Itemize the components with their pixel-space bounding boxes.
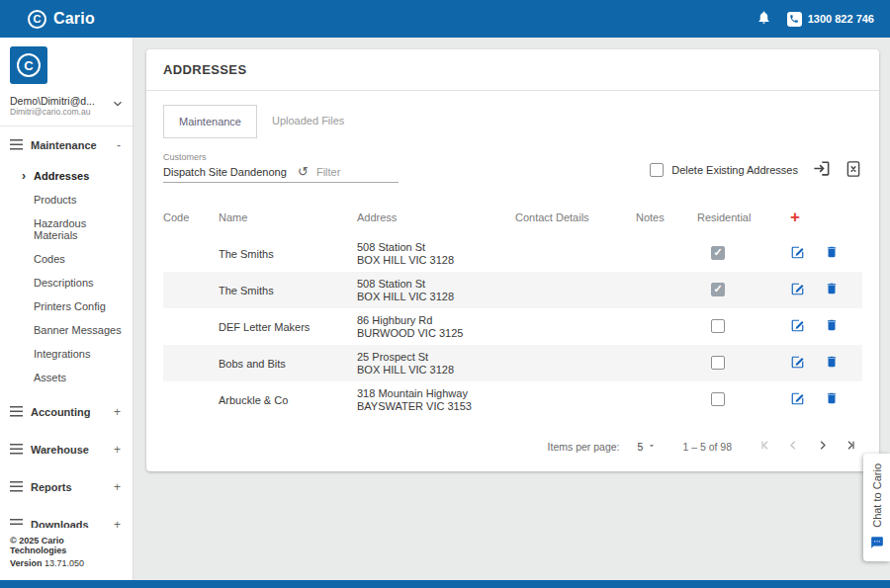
chevron-right-icon: › <box>22 169 26 183</box>
notifications-bell-button[interactable] <box>756 10 771 28</box>
app-window: C Cario 1300 822 746 C <box>0 0 890 588</box>
sidebar-item-warehouse[interactable]: Warehouse + <box>0 431 133 468</box>
residential-checkbox[interactable] <box>711 283 725 296</box>
sidebar-item-descriptions[interactable]: Descriptions <box>0 271 133 294</box>
menu-icon <box>10 441 23 459</box>
tab-maintenance[interactable]: Maintenance <box>163 105 257 138</box>
col-header-residential: Residential <box>697 211 788 223</box>
table-row[interactable]: The Smiths 508 Station St BOX HILL VIC 3… <box>163 272 862 308</box>
edit-address-button[interactable] <box>790 355 805 373</box>
residential-checkbox[interactable] <box>711 392 725 406</box>
residential-checkbox[interactable] <box>711 246 725 260</box>
cell-address: 86 Highbury Rd BURWOOD VIC 3125 <box>357 314 515 339</box>
add-address-button[interactable]: + <box>788 209 800 225</box>
table-row[interactable]: Bobs and Bits 25 Prospect St BOX HILL VI… <box>163 345 862 381</box>
chat-to-cario-tab[interactable]: Chat to Cario <box>863 454 890 561</box>
previous-page-button[interactable] <box>786 438 801 456</box>
expand-icon: + <box>114 444 121 456</box>
addresses-card: ADDRESSES Maintenance Uploaded Files Cus… <box>146 49 879 471</box>
last-page-button[interactable] <box>844 438 858 456</box>
pagination-range: 1 – 5 of 98 <box>682 441 732 453</box>
page-title: ADDRESSES <box>163 62 862 77</box>
col-header-contact-details: Contact Details <box>515 211 636 223</box>
trash-icon <box>825 282 839 298</box>
next-page-icon <box>815 438 830 456</box>
cell-address: 25 Prospect St BOX HILL VIC 3128 <box>357 351 515 376</box>
sidebar-item-downloads[interactable]: Downloads + <box>0 506 133 528</box>
user-email: Dimitri@cario.com.au <box>10 107 111 117</box>
edit-address-button[interactable] <box>790 318 805 336</box>
cell-name: The Smiths <box>219 248 357 260</box>
delete-address-button[interactable] <box>825 391 839 408</box>
sidebar-item-maintenance[interactable]: Maintenance - <box>0 126 133 164</box>
customers-select[interactable] <box>163 166 290 178</box>
tab-uploaded-files[interactable]: Uploaded Files <box>257 105 359 138</box>
cell-name: Arbuckle & Co <box>219 394 357 406</box>
chat-label: Chat to Cario <box>871 463 883 528</box>
residential-checkbox[interactable] <box>711 319 725 333</box>
sidebar-item-integrations[interactable]: Integrations <box>0 342 133 366</box>
trash-icon <box>825 245 839 262</box>
edit-address-button[interactable] <box>790 391 805 409</box>
edit-address-button[interactable] <box>790 245 805 263</box>
items-per-page-select[interactable]: 5 <box>638 441 658 453</box>
delete-address-button[interactable] <box>825 355 839 372</box>
delete-address-button[interactable] <box>825 245 839 262</box>
user-account-switcher[interactable]: Demo\Dimitri@d... Dimitri@cario.com.au <box>0 88 133 126</box>
sidebar-item-codes[interactable]: Codes <box>0 247 133 271</box>
edit-address-button[interactable] <box>790 282 805 299</box>
reset-icon[interactable]: ↺ <box>298 165 309 178</box>
edit-icon <box>790 391 805 409</box>
col-header-address: Address <box>357 211 515 223</box>
sidebar-nav: Maintenance - › Addresses Products Hazar… <box>0 126 133 528</box>
col-header-notes: Notes <box>636 211 697 223</box>
sidebar-item-reports[interactable]: Reports + <box>0 468 133 506</box>
filter-controls: Customers ↺ Delete Existing Addresses <box>163 152 862 183</box>
table-row[interactable]: DEF Letter Makers 86 Highbury Rd BURWOOD… <box>163 308 862 345</box>
phone-number: 1300 822 746 <box>808 13 874 25</box>
sidebar: C Demo\Dimitri@d... Dimitri@cario.com.au… <box>0 38 134 580</box>
table-row[interactable]: The Smiths 508 Station St BOX HILL VIC 3… <box>163 235 862 272</box>
chat-bubble-icon <box>870 536 884 553</box>
sidebar-logo: C <box>0 38 133 88</box>
first-page-button[interactable] <box>757 438 772 456</box>
table-row[interactable]: Arbuckle & Co 318 Mountain Highway BAYSW… <box>163 381 862 418</box>
col-header-code: Code <box>163 211 219 223</box>
excel-file-icon <box>845 160 862 181</box>
table-header-row: Code Name Address Contact Details Notes … <box>163 203 862 235</box>
import-addresses-button[interactable] <box>812 159 831 181</box>
sidebar-item-banner-messages[interactable]: Banner Messages <box>0 318 133 342</box>
support-phone[interactable]: 1300 822 746 <box>787 12 874 27</box>
cell-name: Bobs and Bits <box>219 358 357 370</box>
menu-icon <box>10 516 23 528</box>
sidebar-item-addresses[interactable]: › Addresses <box>0 164 133 188</box>
phone-icon <box>787 12 802 27</box>
export-excel-button[interactable] <box>845 160 862 181</box>
bottom-bar <box>0 580 890 588</box>
cell-address: 318 Mountain Highway BAYSWATER VIC 3153 <box>357 387 515 412</box>
brand-logo: C Cario <box>28 10 95 29</box>
residential-checkbox[interactable] <box>711 356 725 370</box>
sidebar-item-printers-config[interactable]: Printers Config <box>0 294 133 318</box>
top-bar: C Cario 1300 822 746 <box>0 0 890 38</box>
sidebar-footer: © 2025 Cario Technologies Version 13.71.… <box>0 528 133 580</box>
sidebar-item-accounting[interactable]: Accounting + <box>0 393 133 431</box>
trash-icon <box>825 391 839 408</box>
last-page-icon <box>844 438 858 456</box>
edit-icon <box>790 318 805 336</box>
expand-icon: + <box>114 519 121 528</box>
edit-icon <box>790 282 805 299</box>
delete-existing-checkbox[interactable] <box>650 163 664 177</box>
tabs: Maintenance Uploaded Files <box>163 105 862 138</box>
menu-icon <box>10 136 23 154</box>
delete-address-button[interactable] <box>825 318 839 335</box>
bell-icon <box>756 10 771 28</box>
customers-field: Customers ↺ <box>163 152 399 183</box>
delete-address-button[interactable] <box>825 282 839 298</box>
filter-input[interactable] <box>316 166 386 178</box>
sidebar-item-assets[interactable]: Assets <box>0 366 133 389</box>
next-page-button[interactable] <box>815 438 830 456</box>
sidebar-item-products[interactable]: Products <box>0 188 133 211</box>
sidebar-item-hazardous-materials[interactable]: Hazardous Materials <box>0 211 133 247</box>
copyright-text: © 2025 Cario Technologies <box>10 536 123 555</box>
